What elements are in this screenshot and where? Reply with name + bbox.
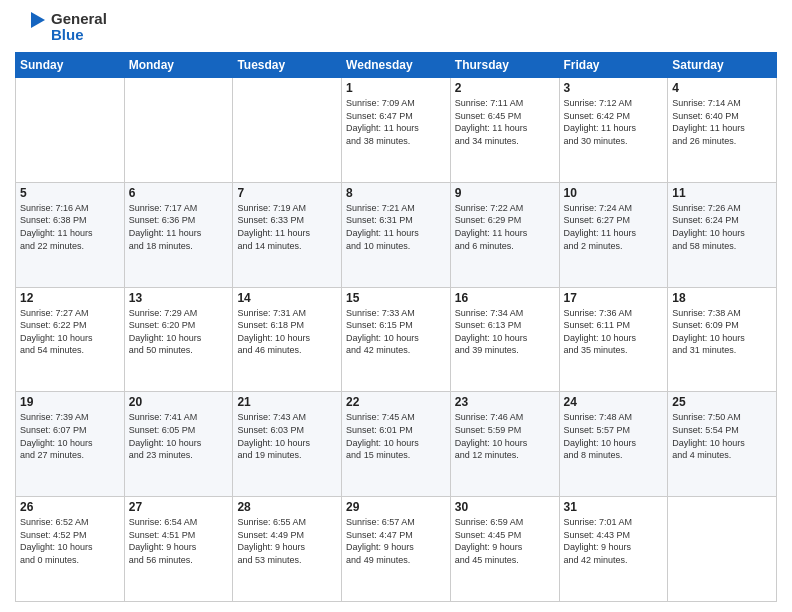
day-number: 17 [564, 291, 664, 305]
calendar-cell: 9Sunrise: 7:22 AM Sunset: 6:29 PM Daylig… [450, 182, 559, 287]
calendar-table: SundayMondayTuesdayWednesdayThursdayFrid… [15, 52, 777, 602]
day-number: 13 [129, 291, 229, 305]
day-info: Sunrise: 7:33 AM Sunset: 6:15 PM Dayligh… [346, 307, 446, 357]
day-info: Sunrise: 7:17 AM Sunset: 6:36 PM Dayligh… [129, 202, 229, 252]
week-row-1: 1Sunrise: 7:09 AM Sunset: 6:47 PM Daylig… [16, 78, 777, 183]
day-number: 23 [455, 395, 555, 409]
day-number: 27 [129, 500, 229, 514]
day-info: Sunrise: 7:29 AM Sunset: 6:20 PM Dayligh… [129, 307, 229, 357]
day-info: Sunrise: 7:41 AM Sunset: 6:05 PM Dayligh… [129, 411, 229, 461]
day-info: Sunrise: 7:46 AM Sunset: 5:59 PM Dayligh… [455, 411, 555, 461]
day-number: 15 [346, 291, 446, 305]
day-info: Sunrise: 7:27 AM Sunset: 6:22 PM Dayligh… [20, 307, 120, 357]
day-number: 22 [346, 395, 446, 409]
day-number: 25 [672, 395, 772, 409]
calendar-cell: 16Sunrise: 7:34 AM Sunset: 6:13 PM Dayli… [450, 287, 559, 392]
day-number: 5 [20, 186, 120, 200]
day-number: 9 [455, 186, 555, 200]
day-info: Sunrise: 6:52 AM Sunset: 4:52 PM Dayligh… [20, 516, 120, 566]
calendar-cell: 8Sunrise: 7:21 AM Sunset: 6:31 PM Daylig… [342, 182, 451, 287]
day-number: 1 [346, 81, 446, 95]
calendar-cell: 10Sunrise: 7:24 AM Sunset: 6:27 PM Dayli… [559, 182, 668, 287]
day-number: 2 [455, 81, 555, 95]
svg-marker-0 [31, 12, 45, 28]
weekday-tuesday: Tuesday [233, 53, 342, 78]
calendar-cell: 1Sunrise: 7:09 AM Sunset: 6:47 PM Daylig… [342, 78, 451, 183]
day-number: 29 [346, 500, 446, 514]
day-info: Sunrise: 7:43 AM Sunset: 6:03 PM Dayligh… [237, 411, 337, 461]
calendar-cell [233, 78, 342, 183]
day-info: Sunrise: 7:31 AM Sunset: 6:18 PM Dayligh… [237, 307, 337, 357]
calendar-cell: 2Sunrise: 7:11 AM Sunset: 6:45 PM Daylig… [450, 78, 559, 183]
day-number: 6 [129, 186, 229, 200]
day-info: Sunrise: 6:55 AM Sunset: 4:49 PM Dayligh… [237, 516, 337, 566]
weekday-header-row: SundayMondayTuesdayWednesdayThursdayFrid… [16, 53, 777, 78]
day-number: 7 [237, 186, 337, 200]
day-number: 8 [346, 186, 446, 200]
calendar-cell: 4Sunrise: 7:14 AM Sunset: 6:40 PM Daylig… [668, 78, 777, 183]
logo-flag-icon [15, 10, 47, 44]
logo-blue-text: Blue [51, 27, 107, 44]
day-info: Sunrise: 6:59 AM Sunset: 4:45 PM Dayligh… [455, 516, 555, 566]
day-number: 24 [564, 395, 664, 409]
weekday-friday: Friday [559, 53, 668, 78]
calendar-cell: 29Sunrise: 6:57 AM Sunset: 4:47 PM Dayli… [342, 497, 451, 602]
week-row-3: 12Sunrise: 7:27 AM Sunset: 6:22 PM Dayli… [16, 287, 777, 392]
week-row-5: 26Sunrise: 6:52 AM Sunset: 4:52 PM Dayli… [16, 497, 777, 602]
day-info: Sunrise: 7:39 AM Sunset: 6:07 PM Dayligh… [20, 411, 120, 461]
page: GeneralBlue SundayMondayTuesdayWednesday… [0, 0, 792, 612]
day-info: Sunrise: 7:16 AM Sunset: 6:38 PM Dayligh… [20, 202, 120, 252]
weekday-monday: Monday [124, 53, 233, 78]
weekday-thursday: Thursday [450, 53, 559, 78]
day-info: Sunrise: 7:21 AM Sunset: 6:31 PM Dayligh… [346, 202, 446, 252]
week-row-2: 5Sunrise: 7:16 AM Sunset: 6:38 PM Daylig… [16, 182, 777, 287]
calendar-cell: 17Sunrise: 7:36 AM Sunset: 6:11 PM Dayli… [559, 287, 668, 392]
weekday-sunday: Sunday [16, 53, 125, 78]
day-number: 20 [129, 395, 229, 409]
day-info: Sunrise: 7:09 AM Sunset: 6:47 PM Dayligh… [346, 97, 446, 147]
calendar-cell: 3Sunrise: 7:12 AM Sunset: 6:42 PM Daylig… [559, 78, 668, 183]
calendar-cell [668, 497, 777, 602]
calendar-cell: 11Sunrise: 7:26 AM Sunset: 6:24 PM Dayli… [668, 182, 777, 287]
calendar-cell: 28Sunrise: 6:55 AM Sunset: 4:49 PM Dayli… [233, 497, 342, 602]
calendar-cell: 24Sunrise: 7:48 AM Sunset: 5:57 PM Dayli… [559, 392, 668, 497]
day-info: Sunrise: 7:48 AM Sunset: 5:57 PM Dayligh… [564, 411, 664, 461]
calendar-cell: 6Sunrise: 7:17 AM Sunset: 6:36 PM Daylig… [124, 182, 233, 287]
day-info: Sunrise: 7:38 AM Sunset: 6:09 PM Dayligh… [672, 307, 772, 357]
calendar-cell: 13Sunrise: 7:29 AM Sunset: 6:20 PM Dayli… [124, 287, 233, 392]
day-info: Sunrise: 7:26 AM Sunset: 6:24 PM Dayligh… [672, 202, 772, 252]
day-number: 14 [237, 291, 337, 305]
day-info: Sunrise: 7:22 AM Sunset: 6:29 PM Dayligh… [455, 202, 555, 252]
header: GeneralBlue [15, 10, 777, 44]
calendar-cell: 21Sunrise: 7:43 AM Sunset: 6:03 PM Dayli… [233, 392, 342, 497]
day-info: Sunrise: 7:34 AM Sunset: 6:13 PM Dayligh… [455, 307, 555, 357]
day-info: Sunrise: 7:12 AM Sunset: 6:42 PM Dayligh… [564, 97, 664, 147]
day-info: Sunrise: 7:36 AM Sunset: 6:11 PM Dayligh… [564, 307, 664, 357]
calendar-cell [16, 78, 125, 183]
calendar-cell: 15Sunrise: 7:33 AM Sunset: 6:15 PM Dayli… [342, 287, 451, 392]
day-number: 28 [237, 500, 337, 514]
week-row-4: 19Sunrise: 7:39 AM Sunset: 6:07 PM Dayli… [16, 392, 777, 497]
calendar-cell: 18Sunrise: 7:38 AM Sunset: 6:09 PM Dayli… [668, 287, 777, 392]
calendar-cell: 7Sunrise: 7:19 AM Sunset: 6:33 PM Daylig… [233, 182, 342, 287]
logo: GeneralBlue [15, 10, 107, 44]
calendar-cell: 5Sunrise: 7:16 AM Sunset: 6:38 PM Daylig… [16, 182, 125, 287]
day-number: 21 [237, 395, 337, 409]
day-number: 11 [672, 186, 772, 200]
day-info: Sunrise: 6:54 AM Sunset: 4:51 PM Dayligh… [129, 516, 229, 566]
calendar-cell [124, 78, 233, 183]
calendar-cell: 19Sunrise: 7:39 AM Sunset: 6:07 PM Dayli… [16, 392, 125, 497]
day-number: 26 [20, 500, 120, 514]
calendar-cell: 26Sunrise: 6:52 AM Sunset: 4:52 PM Dayli… [16, 497, 125, 602]
calendar-cell: 14Sunrise: 7:31 AM Sunset: 6:18 PM Dayli… [233, 287, 342, 392]
day-number: 3 [564, 81, 664, 95]
logo-general-text: General [51, 11, 107, 28]
day-info: Sunrise: 7:24 AM Sunset: 6:27 PM Dayligh… [564, 202, 664, 252]
weekday-wednesday: Wednesday [342, 53, 451, 78]
day-number: 19 [20, 395, 120, 409]
day-info: Sunrise: 7:50 AM Sunset: 5:54 PM Dayligh… [672, 411, 772, 461]
calendar-cell: 20Sunrise: 7:41 AM Sunset: 6:05 PM Dayli… [124, 392, 233, 497]
day-number: 30 [455, 500, 555, 514]
calendar-cell: 27Sunrise: 6:54 AM Sunset: 4:51 PM Dayli… [124, 497, 233, 602]
calendar-cell: 23Sunrise: 7:46 AM Sunset: 5:59 PM Dayli… [450, 392, 559, 497]
